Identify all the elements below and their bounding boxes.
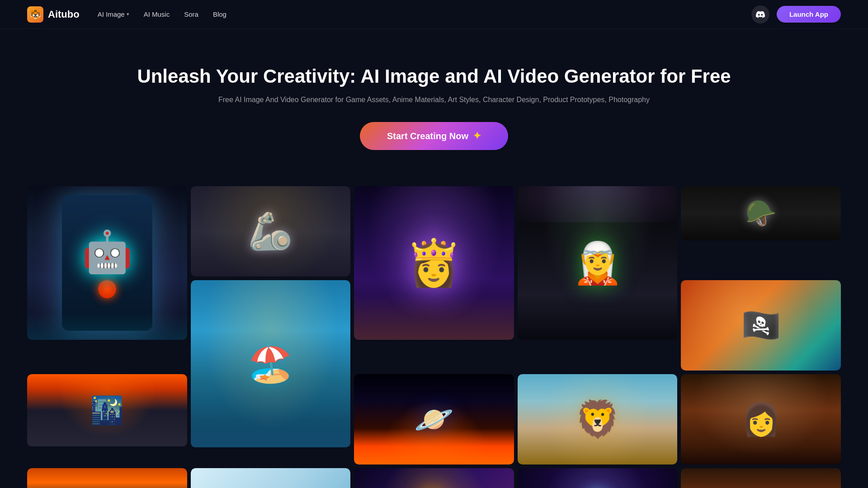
gallery-item-dragon[interactable]: 🐉: [354, 468, 514, 488]
nav-links: AI Image ▾ AI Music Sora Blog: [98, 10, 226, 18]
gallery-item-cyber-robot[interactable]: 🤖: [27, 186, 187, 371]
chevron-down-icon: ▾: [127, 11, 129, 17]
gallery-item-soldier[interactable]: 🪖: [681, 186, 841, 277]
gallery-section: 🤖 🦾 👸 🧝: [0, 177, 868, 488]
discord-icon: [756, 10, 765, 19]
cta-label: Start Creating Now: [387, 131, 468, 141]
nav-link-blog[interactable]: Blog: [213, 10, 226, 18]
nav-item-sora[interactable]: Sora: [184, 10, 198, 18]
gallery-item-bunny[interactable]: 🐰: [191, 468, 351, 488]
gallery-item-lion[interactable]: 🦁: [518, 374, 678, 465]
hero-subtitle: Free AI Image And Video Generator for Ga…: [9, 96, 859, 104]
nav-link-ai-music[interactable]: AI Music: [144, 10, 170, 18]
gallery-item-portrait[interactable]: 🧘: [681, 468, 841, 488]
gallery-item-beach[interactable]: 🏖️: [191, 280, 351, 465]
gallery-item-city2[interactable]: 🏙️: [27, 468, 187, 488]
logo-text: Aitubo: [48, 9, 80, 20]
gallery-item-portrait2[interactable]: 👩: [681, 374, 841, 465]
start-creating-button[interactable]: Start Creating Now ✦: [360, 122, 508, 150]
gallery-item-globe[interactable]: 🔮: [518, 468, 678, 488]
hero-section: Unleash Your Creativity: AI Image and AI…: [0, 29, 868, 177]
sparkle-icon: ✦: [473, 130, 481, 142]
nav-item-ai-music[interactable]: AI Music: [144, 10, 170, 18]
gallery-grid: 🤖 🦾 👸 🧝: [27, 186, 841, 488]
launch-app-button[interactable]: Launch App: [777, 6, 841, 23]
nav-link-ai-image[interactable]: AI Image ▾: [98, 10, 129, 18]
gallery-item-space[interactable]: 🪐: [354, 374, 514, 465]
nav-left: 🐯 Aitubo AI Image ▾ AI Music Sora: [27, 6, 226, 23]
hero-title: Unleash Your Creativity: AI Image and AI…: [9, 65, 859, 88]
nav-item-blog[interactable]: Blog: [213, 10, 226, 18]
discord-button[interactable]: [751, 5, 769, 23]
nav-link-sora[interactable]: Sora: [184, 10, 198, 18]
gallery-item-fantasy-woman[interactable]: 👸: [354, 186, 514, 371]
nav-right: Launch App: [751, 5, 841, 23]
gallery-item-city[interactable]: 🌃: [27, 374, 187, 465]
nav-item-ai-image[interactable]: AI Image ▾: [98, 10, 129, 18]
gallery-item-gundam[interactable]: 🦾: [191, 186, 351, 277]
gallery-item-dark-queen[interactable]: 🧝: [518, 186, 678, 371]
navbar: 🐯 Aitubo AI Image ▾ AI Music Sora: [0, 0, 868, 29]
logo-link[interactable]: 🐯 Aitubo: [27, 6, 80, 23]
gallery-item-pirate[interactable]: 🏴‍☠️: [681, 280, 841, 371]
logo-icon: 🐯: [27, 6, 43, 23]
